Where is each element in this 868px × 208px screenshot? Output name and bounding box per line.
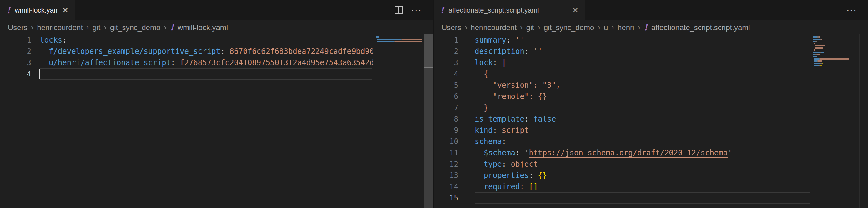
code-text: summary: '' <box>458 34 810 46</box>
breadcrumb-item[interactable]: u <box>604 23 608 32</box>
breadcrumb-item[interactable]: henri <box>618 23 634 32</box>
code-text: properties: {} <box>458 170 810 181</box>
breadcrumb-separator-icon: › <box>638 23 640 32</box>
code-line[interactable]: 9kind: script <box>434 125 810 136</box>
breadcrumb-file[interactable]: ! affectionate_script.script.yaml <box>644 23 750 32</box>
line-number: 13 <box>434 170 458 181</box>
breadcrumb-file[interactable]: ! wmill-lock.yaml <box>170 23 228 32</box>
vertical-scrollbar[interactable] <box>424 34 433 208</box>
code-line[interactable]: 14 required: [] <box>434 181 810 192</box>
breadcrumb-item[interactable]: Users <box>8 23 28 32</box>
code-text: { <box>458 68 810 80</box>
code-text: type: object <box>458 158 810 170</box>
code-text: kind: script <box>458 125 810 136</box>
code-line[interactable]: 3lock: | <box>434 57 810 68</box>
code-text <box>458 192 810 204</box>
tab-bar-actions: ⋯ <box>395 0 433 20</box>
yaml-file-icon: ! <box>6 6 10 15</box>
line-number: 14 <box>434 181 458 192</box>
breadcrumb-separator-icon: › <box>31 23 34 32</box>
line-number: 6 <box>434 91 458 102</box>
line-number: 4 <box>0 68 31 80</box>
code-line[interactable]: 2description: '' <box>434 46 810 57</box>
split-editor-icon[interactable] <box>395 6 403 14</box>
breadcrumb-item[interactable]: henricourdent <box>37 23 83 32</box>
breadcrumb-item[interactable]: git_sync_demo <box>110 23 160 32</box>
code-lines: 1summary: ''2description: ''3lock: |4 {5… <box>434 34 810 204</box>
tab-bar-right: ! affectionate_script.script.yaml ✕ ⋯ <box>434 0 868 20</box>
code-line[interactable]: 5 "version": "3", <box>434 80 810 91</box>
close-tab-icon[interactable]: ✕ <box>568 6 579 14</box>
code-line[interactable]: 10schema: <box>434 136 810 147</box>
breadcrumb-separator-icon: › <box>520 23 523 32</box>
code-line[interactable]: 2 f/developers_example/supportive_script… <box>0 46 373 57</box>
line-number: 2 <box>434 46 458 57</box>
code-text: } <box>458 102 810 113</box>
editor-workbench: ! wmill-lock.yaml ✕ ⋯ Users›henricourden… <box>0 0 868 208</box>
vertical-scrollbar[interactable] <box>859 34 868 208</box>
code-text: "version": "3", <box>458 80 810 91</box>
code-line[interactable]: 1summary: '' <box>434 34 810 46</box>
code-text: "remote": {} <box>458 91 810 102</box>
breadcrumb-separator-icon: › <box>537 23 540 32</box>
code-line[interactable]: 11 $schema: 'https://json-schema.org/dra… <box>434 147 810 158</box>
code-text: lock: | <box>458 57 810 68</box>
code-text: schema: <box>458 136 810 147</box>
code-line[interactable]: 8is_template: false <box>434 113 810 125</box>
tab-label: wmill-lock.yaml <box>15 6 58 15</box>
line-number: 2 <box>0 46 31 57</box>
breadcrumb-separator-icon: › <box>164 23 167 32</box>
breadcrumb: Users›henricourdent›git›git_sync_demo›u›… <box>434 20 868 34</box>
code-line[interactable]: 13 properties: {} <box>434 170 810 181</box>
minimap[interactable] <box>373 34 424 208</box>
tab-bar-actions: ⋯ <box>846 0 868 20</box>
code-line[interactable]: 12 type: object <box>434 158 810 170</box>
breadcrumb-items: Users›henricourdent›git›git_sync_demo›u›… <box>441 23 644 32</box>
breadcrumb-separator-icon: › <box>597 23 600 32</box>
line-number: 10 <box>434 136 458 147</box>
code-text: u/henri/affectionate_script: f2768573cfc… <box>31 57 373 68</box>
code-text: description: '' <box>458 46 810 57</box>
code-text: f/developers_example/supportive_script: … <box>31 46 373 57</box>
line-number: 15 <box>434 192 458 204</box>
tab-wmill-lock-yaml[interactable]: ! wmill-lock.yaml ✕ <box>0 0 75 20</box>
minimap[interactable] <box>810 34 859 208</box>
close-tab-icon[interactable]: ✕ <box>58 6 68 14</box>
code-text: is_template: false <box>458 113 810 125</box>
yaml-file-icon: ! <box>170 23 174 32</box>
line-number: 1 <box>0 34 31 46</box>
breadcrumb-item[interactable]: git_sync_demo <box>544 23 594 32</box>
more-actions-icon[interactable]: ⋯ <box>411 6 422 14</box>
breadcrumb-separator-icon: › <box>86 23 89 32</box>
breadcrumb-item[interactable]: Users <box>441 23 461 32</box>
breadcrumb-separator-icon: › <box>104 23 106 32</box>
breadcrumb-file-label: wmill-lock.yaml <box>178 23 228 32</box>
line-number: 3 <box>434 57 458 68</box>
tab-label: affectionate_script.script.yaml <box>448 6 539 15</box>
breadcrumb-separator-icon: › <box>465 23 467 32</box>
code-line[interactable]: 15 <box>434 192 810 204</box>
breadcrumb-separator-icon: › <box>611 23 614 32</box>
tab-affectionate-script-yaml[interactable]: ! affectionate_script.script.yaml ✕ <box>434 0 585 20</box>
line-number: 12 <box>434 158 458 170</box>
breadcrumb-items: Users›henricourdent›git›git_sync_demo› <box>8 23 170 32</box>
breadcrumb-item[interactable]: git <box>93 23 100 32</box>
breadcrumb-item[interactable]: git <box>526 23 534 32</box>
code-editor[interactable]: 1summary: ''2description: ''3lock: |4 {5… <box>434 34 868 208</box>
line-number: 9 <box>434 125 458 136</box>
code-line[interactable]: 7 } <box>434 102 810 113</box>
code-line[interactable]: 3 u/henri/affectionate_script: f2768573c… <box>0 57 373 68</box>
code-text: locks: <box>31 34 373 46</box>
code-line[interactable]: 6 "remote": {} <box>434 91 810 102</box>
line-number: 3 <box>0 57 31 68</box>
code-editor[interactable]: 1locks:2 f/developers_example/supportive… <box>0 34 433 208</box>
code-line[interactable]: 4 <box>0 68 373 80</box>
indent-guide <box>40 46 40 68</box>
code-line[interactable]: 4 { <box>434 68 810 80</box>
breadcrumb-item[interactable]: henricourdent <box>471 23 517 32</box>
indent-guide <box>475 68 475 113</box>
more-actions-icon[interactable]: ⋯ <box>846 6 857 14</box>
code-lines: 1locks:2 f/developers_example/supportive… <box>0 34 373 80</box>
code-line[interactable]: 1locks: <box>0 34 373 46</box>
scrollbar-slider[interactable] <box>424 34 433 68</box>
